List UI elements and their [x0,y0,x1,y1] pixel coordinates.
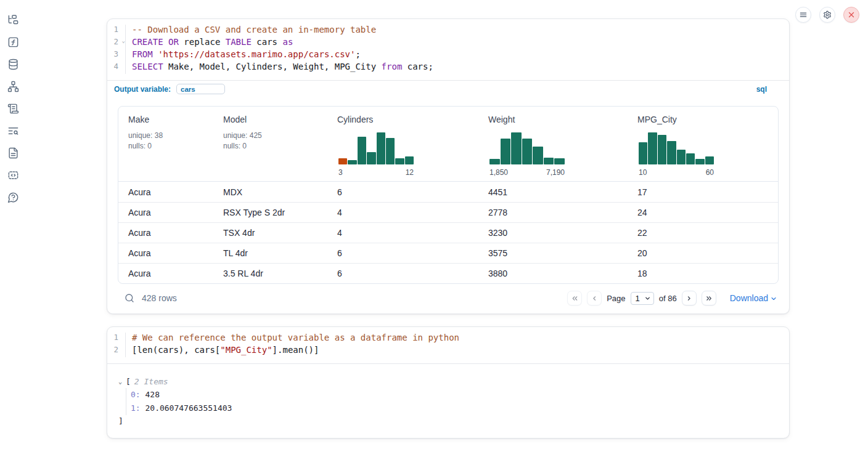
sidebar-button-help[interactable] [7,191,19,203]
sidebar-button-dependencies[interactable] [7,80,19,92]
histogram[interactable] [489,132,565,164]
code-line[interactable]: SELECT Make, Model, Cylinders, Weight, M… [132,62,789,74]
chevron-right-icon [685,294,693,302]
menu-button[interactable] [795,7,811,23]
shutdown-button[interactable] [843,7,859,23]
table-cell: 17 [628,187,778,197]
search-icon [125,293,134,303]
settings-button[interactable] [819,7,835,23]
axis-label-max: 7,190 [546,168,565,177]
collapse-chevron-icon[interactable]: ⌄ [118,378,126,385]
sidebar-button-variables[interactable] [7,36,19,48]
histogram-bar [358,137,366,164]
column-stat-line: nulls: 0 [223,141,322,152]
table-cell: 4 [327,208,478,217]
database-icon [7,59,19,70]
chevron-down-icon [644,295,651,302]
output-variable-input[interactable]: cars [176,84,225,94]
sql-cell: 12⌄34 -- Download a CSV and create an in… [107,18,790,314]
histogram-axis-labels: 1060 [639,168,714,177]
fold-chevron-icon[interactable]: ⌄ [122,38,125,44]
code-token [153,49,158,59]
table-cell: Acura [118,208,213,217]
code-token: ].mean()] [272,345,319,355]
last-page-button[interactable] [702,291,716,305]
page-select-value: 1 [636,294,640,303]
tree-item: 1: 20.060747663551403 [131,402,789,415]
sql-code-lines[interactable]: -- Download a CSV and create an in-memor… [126,25,789,74]
table-cell: RSX Type S 2dr [213,208,327,217]
prev-page-button[interactable] [587,291,602,305]
table-cell: Acura [118,269,213,278]
python-code-lines[interactable]: # We can reference the output variable a… [126,333,789,357]
column-header-make[interactable]: Makeunique: 38nulls: 0 [118,107,213,181]
search-button[interactable] [121,290,137,306]
sidebar-button-documentation[interactable] [7,147,19,159]
histogram-axis-labels: 1,8507,190 [489,168,565,177]
code-line[interactable]: CREATE OR replace TABLE cars as [132,37,789,49]
column-name: Weight [488,115,623,124]
column-header-weight[interactable]: Weight1,8507,190 [478,107,628,181]
histogram-bar [554,158,565,164]
column-header-model[interactable]: Modelunique: 425nulls: 0 [213,107,327,181]
code-line[interactable]: -- Download a CSV and create an in-memor… [132,25,789,37]
histogram-bar [658,135,666,164]
column-stat-line: unique: 425 [223,131,322,141]
python-editor[interactable]: 12 # We can reference the output variabl… [107,327,789,363]
code-line[interactable]: [len(cars), cars["MPG_City"].mean()] [132,345,789,357]
table-row: AcuraMDX6445117 [118,182,778,202]
code-token: 'https://datasets.marimo.app/cars.csv' [158,49,355,59]
table-cell: Acura [118,228,213,238]
table-cell: Acura [118,187,213,197]
histogram-bar [695,159,704,164]
output-variable-label: Output variable: [114,85,171,94]
column-name: Model [223,115,322,124]
table-cell: 4 [327,228,478,238]
code-token: ; [355,49,360,59]
chevrons-left-icon [571,294,579,302]
code-token: FROM [132,49,153,59]
histogram-bar [667,141,676,164]
sql-editor[interactable]: 12⌄34 -- Download a CSV and create an in… [107,19,789,80]
page-total-label: of 86 [659,294,677,303]
line-number: 2⌄ [107,37,125,49]
sidebar-button-snippets[interactable] [7,169,19,181]
line-number: 2 [107,345,125,357]
sidebar-button-logs[interactable] [7,102,19,115]
histogram[interactable] [338,132,414,164]
tree-open-line: ⌄[2 Items [118,374,789,388]
next-page-button[interactable] [682,291,697,305]
gear-icon [823,10,832,19]
histogram-bar [677,150,686,164]
column-header-cylinders[interactable]: Cylinders312 [327,107,478,181]
network-icon [7,81,19,92]
table-cell: TSX 4dr [213,228,327,238]
column-header-mpg_city[interactable]: MPG_City1060 [628,107,778,181]
histogram-bar [648,132,657,164]
table-cell: 3230 [478,228,628,238]
code-line[interactable]: # We can reference the output variable a… [132,333,789,345]
first-page-button[interactable] [567,291,582,305]
data-table: Makeunique: 38nulls: 0Modelunique: 425nu… [118,106,779,284]
sidebar-button-data-sources[interactable] [7,58,19,70]
table-cell: 6 [327,187,478,197]
download-button[interactable]: Download [730,293,777,303]
axis-label-max: 60 [706,168,714,177]
table-cell: 18 [628,269,778,278]
table-header-row: Makeunique: 38nulls: 0Modelunique: 425nu… [118,107,778,182]
histogram-bar [395,158,404,164]
code-line[interactable]: FROM 'https://datasets.marimo.app/cars.c… [132,49,789,62]
table-cell: Acura [118,248,213,258]
line-number: 1 [107,333,125,345]
sidebar-button-files[interactable] [7,14,19,26]
histogram-bar [544,158,554,164]
code-token: OR [168,37,179,47]
table-cell: 3575 [478,248,628,258]
sidebar-button-tracebacks[interactable] [7,124,19,137]
table-cell: 2778 [478,208,628,217]
histogram[interactable] [639,132,714,164]
code-token: from [382,62,403,71]
open-bracket: [ [126,377,131,386]
code-token: -- Download a CSV and create an in-memor… [132,25,376,34]
page-select[interactable]: 1 [631,292,654,305]
